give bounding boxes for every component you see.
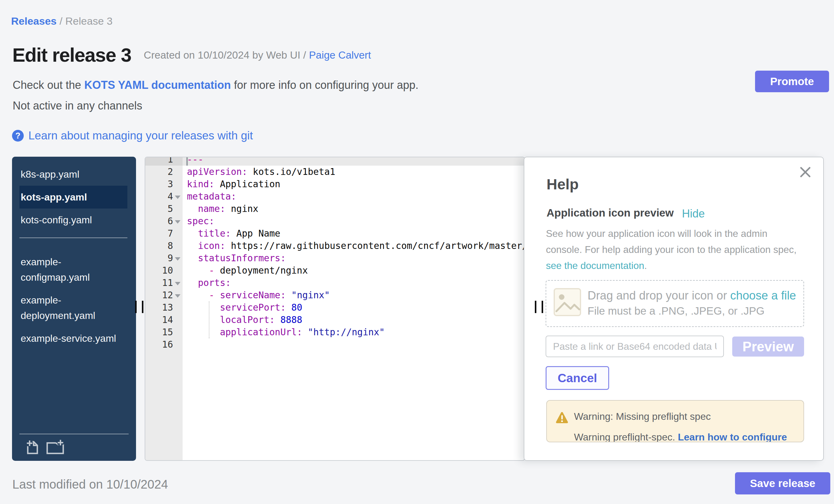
cancel-button[interactable]: Cancel: [546, 366, 609, 390]
new-folder-icon[interactable]: [46, 439, 64, 455]
code-line-14[interactable]: 14 localPort: 8888: [145, 314, 524, 326]
help-para-period: .: [644, 260, 647, 271]
code-line-3[interactable]: 3kind: Application: [145, 178, 524, 190]
git-releases-link[interactable]: Learn about managing your releases with …: [28, 129, 253, 142]
help-section-row: Application icon preview Hide: [547, 207, 674, 219]
page-title: Edit release 3: [12, 45, 131, 64]
code-line-7[interactable]: 7 title: App Name: [145, 227, 524, 240]
breadcrumb: Releases / Release 3: [11, 14, 113, 28]
created-info: Created on 10/10/2024 by Web UI / Paige …: [144, 49, 371, 61]
file-item-example-configmap.yaml[interactable]: example-configmap.yaml: [19, 250, 127, 289]
gutter-line-number: 3: [145, 178, 173, 190]
pane-resize-handle-right[interactable]: [535, 301, 543, 313]
code-line-13[interactable]: 13 servicePort: 80: [145, 301, 524, 314]
help-title: Help: [547, 176, 578, 193]
gutter-line-number: 15: [145, 326, 173, 338]
code-line-5[interactable]: 5 name: nginx: [145, 203, 524, 215]
breadcrumb-separator: /: [57, 15, 65, 27]
gutter-line-number: 11: [145, 277, 173, 289]
save-release-button[interactable]: Save release: [735, 472, 830, 495]
gutter-line-number: 13: [145, 301, 173, 314]
help-section-title: Application icon preview: [547, 207, 674, 219]
gutter-line-number: 9: [145, 252, 173, 264]
file-list-main: k8s-app.yamlkots-app.yamlkots-config.yam…: [12, 157, 136, 231]
warning-triangle-icon: [556, 412, 568, 423]
dropzone-text: Drag and drop your icon or choose a file…: [588, 288, 796, 319]
yaml-editor[interactable]: 1---2apiVersion: kots.io/v1beta13kind: A…: [145, 157, 525, 461]
channels-status: Not active in any channels: [13, 99, 142, 113]
text-cursor: [186, 157, 188, 166]
warning-detail-text: Warning preflight-spec.: [574, 432, 678, 442]
kots-doc-line: Check out the KOTS YAML documentation fo…: [13, 78, 419, 92]
breadcrumb-releases-link[interactable]: Releases: [11, 15, 57, 27]
promote-button[interactable]: Promote: [755, 71, 829, 92]
created-text: Created on 10/10/2024 by Web UI /: [144, 49, 309, 61]
fold-arrow-icon[interactable]: [175, 282, 180, 285]
fold-arrow-icon[interactable]: [175, 294, 180, 298]
created-by-link[interactable]: Paige Calvert: [309, 49, 371, 61]
gutter-line-number: 1: [145, 157, 173, 166]
code-line-12[interactable]: 12 - serviceName: "nginx": [145, 289, 524, 301]
gutter-line-number: 8: [145, 240, 173, 252]
question-icon: ?: [12, 130, 24, 141]
hide-link[interactable]: Hide: [682, 207, 705, 220]
gutter-line-number: 16: [145, 338, 173, 351]
breadcrumb-current: Release 3: [65, 15, 113, 27]
file-item-example-deployment.yaml[interactable]: example-deployment.yaml: [19, 289, 127, 327]
file-sidebar: k8s-app.yamlkots-app.yamlkots-config.yam…: [12, 157, 136, 461]
file-item-kots-config.yaml[interactable]: kots-config.yaml: [19, 209, 127, 231]
icon-url-input[interactable]: [546, 335, 724, 357]
preflight-warning: Warning: Missing preflight spec Warning …: [546, 400, 804, 442]
fold-arrow-icon[interactable]: [175, 196, 180, 199]
dropzone-text-before: Drag and drop your icon or: [588, 289, 730, 302]
preview-button[interactable]: Preview: [732, 336, 804, 356]
gutter-line-number: 5: [145, 203, 173, 215]
gutter-line-number: 2: [145, 166, 173, 178]
sidebar-bottom: [12, 434, 136, 461]
warning-detail: Warning preflight-spec. Learn how to con…: [574, 432, 787, 442]
code-area[interactable]: 1---2apiVersion: kots.io/v1beta13kind: A…: [145, 157, 524, 460]
kots-doc-link[interactable]: KOTS YAML documentation: [84, 79, 231, 91]
gutter-line-number: 12: [145, 289, 173, 301]
dropzone-line1: Drag and drop your icon or choose a file: [588, 288, 796, 303]
code-line-15[interactable]: 15 applicationUrl: "http://nginx": [145, 326, 524, 338]
pane-resize-handle-left[interactable]: [135, 301, 144, 313]
file-item-kots-app.yaml[interactable]: kots-app.yaml: [19, 186, 127, 209]
sidebar-divider: [19, 238, 127, 238]
fold-arrow-icon[interactable]: [175, 257, 180, 261]
gutter-line-number: 7: [145, 227, 173, 240]
gutter-line-number: 6: [145, 215, 173, 227]
handle-bar: [542, 301, 543, 313]
fold-arrow-icon[interactable]: [175, 220, 180, 224]
help-para-text: See how your application icon will look …: [546, 228, 797, 255]
code-line-1[interactable]: 1---: [145, 157, 524, 166]
code-line-11[interactable]: 11 ports:: [145, 277, 524, 289]
warning-title: Warning: Missing preflight spec: [574, 411, 711, 422]
git-help-row: ? Learn about managing your releases wit…: [12, 130, 253, 142]
code-line-16[interactable]: 16: [145, 338, 524, 351]
code-line-4[interactable]: 4metadata:: [145, 190, 524, 203]
icon-dropzone[interactable]: Drag and drop your icon or choose a file…: [546, 280, 804, 327]
code-line-10[interactable]: 10 - deployment/nginx: [145, 264, 524, 277]
code-line-9[interactable]: 9 statusInformers:: [145, 252, 524, 264]
handle-bar: [135, 301, 137, 313]
file-item-k8s-app.yaml[interactable]: k8s-app.yaml: [19, 163, 127, 186]
dropzone-filetypes: File must be a .PNG, .JPEG, or .JPG: [588, 303, 796, 319]
code-line-6[interactable]: 6spec:: [145, 215, 524, 227]
file-item-example-service.yaml[interactable]: example-service.yaml: [19, 327, 127, 350]
sidebar-bottom-divider: [19, 434, 129, 434]
warning-configure-link[interactable]: Learn how to configure: [678, 432, 787, 442]
close-icon[interactable]: [800, 167, 811, 177]
indent-guide: [209, 301, 210, 338]
image-placeholder-icon: [553, 288, 581, 316]
code-line-8[interactable]: 8 icon: https://raw.githubusercontent.co…: [145, 240, 524, 252]
handle-bar: [535, 301, 536, 313]
gutter-line-number: 14: [145, 314, 173, 326]
choose-file-link[interactable]: choose a file: [730, 289, 796, 302]
help-panel: Help Application icon preview Hide See h…: [524, 157, 824, 461]
new-file-icon[interactable]: [26, 439, 39, 455]
code-line-2[interactable]: 2apiVersion: kots.io/v1beta1: [145, 166, 524, 178]
help-paragraph: See how your application icon will look …: [546, 225, 799, 273]
see-documentation-link[interactable]: see the documentation: [546, 260, 644, 271]
kots-doc-suffix: for more info on configuring your app.: [231, 79, 419, 91]
